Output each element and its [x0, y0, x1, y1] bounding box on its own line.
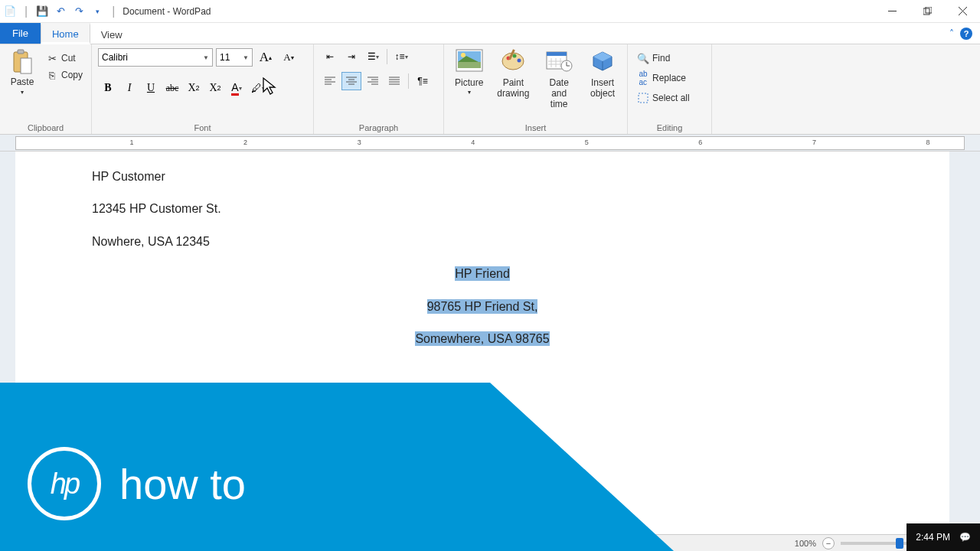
- justify-button[interactable]: [384, 72, 404, 90]
- doc-line-selected: Somewhere, USA 98765: [92, 331, 873, 347]
- palette-icon: [499, 49, 527, 77]
- svg-rect-7: [21, 58, 31, 73]
- maximize-button[interactable]: [910, 0, 945, 23]
- paragraph-dialog-button[interactable]: ¶≡: [413, 72, 433, 90]
- subscript-button[interactable]: X2: [184, 78, 204, 98]
- separator: |: [112, 5, 115, 18]
- font-group-label: Font: [98, 122, 307, 132]
- insert-group-label: Insert: [450, 122, 621, 132]
- file-tab[interactable]: File: [0, 23, 41, 44]
- editing-group-label: Editing: [634, 122, 705, 132]
- svg-rect-47: [639, 93, 648, 103]
- ruler[interactable]: 1 2 3 4 5 6 7 8: [15, 136, 965, 150]
- hp-logo-icon: hp: [28, 447, 101, 520]
- doc-line: 12345 HP Customer St.: [92, 201, 873, 217]
- help-icon[interactable]: ?: [960, 28, 972, 40]
- scissors-icon: ✂: [46, 52, 58, 64]
- grow-font-button[interactable]: A▴: [256, 47, 276, 67]
- collapse-ribbon-icon[interactable]: ˄: [949, 28, 954, 39]
- doc-line: Nowhere, USA 12345: [92, 233, 873, 250]
- calendar-icon: [545, 49, 573, 77]
- select-all-button[interactable]: Select all: [634, 90, 693, 106]
- italic-button[interactable]: I: [119, 78, 139, 98]
- line-spacing-button[interactable]: ↕≡▾: [391, 47, 411, 66]
- window-title: Document - WordPad: [122, 6, 211, 17]
- clipboard-group-label: Clipboard: [6, 122, 85, 132]
- select-all-icon: [637, 92, 649, 104]
- paste-label: Paste: [11, 77, 34, 87]
- svg-marker-48: [263, 78, 275, 94]
- increase-indent-button[interactable]: ⇥: [341, 47, 361, 66]
- view-tab[interactable]: View: [90, 23, 133, 44]
- app-icon: 📄: [3, 5, 17, 18]
- cut-button[interactable]: ✂Cut: [43, 51, 86, 66]
- underline-button[interactable]: U: [141, 78, 161, 98]
- find-icon: 🔍: [637, 52, 649, 64]
- doc-line-selected: HP Friend: [92, 266, 873, 282]
- save-icon[interactable]: 💾: [35, 5, 49, 18]
- svg-rect-2: [926, 7, 932, 13]
- align-right-button[interactable]: [363, 72, 383, 90]
- svg-point-32: [518, 59, 521, 63]
- hp-banner-text: how to: [119, 459, 246, 509]
- replace-button[interactable]: abacReplace: [634, 70, 693, 86]
- replace-icon: abac: [637, 72, 649, 84]
- font-family-combo[interactable]: Calibri▼: [98, 48, 213, 67]
- svg-rect-1: [923, 8, 929, 15]
- bullet-list-button[interactable]: ☰▾: [363, 47, 383, 66]
- insert-object-button[interactable]: Insert object: [584, 47, 621, 101]
- date-time-button[interactable]: Date and time: [538, 47, 580, 111]
- zoom-thumb[interactable]: [896, 538, 903, 549]
- chevron-down-icon: ▼: [243, 54, 249, 61]
- svg-point-31: [513, 54, 517, 58]
- svg-rect-6: [18, 50, 24, 54]
- font-color-button[interactable]: A▾: [227, 78, 247, 98]
- separator: |: [24, 5, 28, 18]
- copy-button[interactable]: ⎘Copy: [43, 67, 86, 83]
- find-button[interactable]: 🔍Find: [634, 51, 693, 66]
- object-icon: [589, 49, 616, 77]
- superscript-button[interactable]: X2: [205, 78, 225, 98]
- doc-line: HP Customer: [92, 168, 873, 185]
- align-left-button[interactable]: [320, 72, 340, 90]
- home-tab[interactable]: Home: [41, 23, 90, 44]
- paragraph-group-label: Paragraph: [320, 122, 437, 132]
- zoom-out-button[interactable]: −: [822, 537, 835, 549]
- picture-icon: [456, 49, 483, 77]
- paint-drawing-button[interactable]: Paint drawing: [492, 47, 534, 101]
- cursor-icon: [262, 77, 277, 101]
- svg-point-26: [461, 53, 466, 57]
- svg-rect-35: [547, 52, 567, 56]
- decrease-indent-button[interactable]: ⇤: [320, 47, 340, 66]
- redo-icon[interactable]: ↷: [72, 5, 86, 18]
- copy-icon: ⎘: [46, 69, 58, 81]
- paste-button[interactable]: Paste ▾: [6, 47, 38, 97]
- shrink-font-button[interactable]: A▾: [279, 47, 299, 67]
- align-center-button[interactable]: [341, 72, 361, 90]
- chevron-down-icon: ▼: [203, 54, 209, 61]
- separator: [387, 49, 387, 64]
- strikethrough-button[interactable]: abc: [162, 78, 182, 98]
- notification-icon[interactable]: 💬: [959, 532, 971, 543]
- font-size-combo[interactable]: 11▼: [216, 48, 253, 67]
- svg-rect-28: [458, 62, 481, 68]
- qat-dropdown-icon[interactable]: ▾: [90, 5, 104, 18]
- undo-icon[interactable]: ↶: [54, 5, 67, 18]
- doc-line-selected: 98765 HP Friend St,: [92, 298, 873, 315]
- bold-button[interactable]: B: [98, 78, 118, 98]
- highlighter-icon: 🖊: [251, 82, 262, 94]
- minimize-button[interactable]: [874, 0, 910, 23]
- clock[interactable]: 2:44 PM: [916, 532, 950, 543]
- separator: [408, 73, 409, 89]
- picture-button[interactable]: Picture▾: [450, 47, 488, 97]
- zoom-label: 100%: [795, 539, 816, 548]
- close-button[interactable]: [945, 0, 980, 23]
